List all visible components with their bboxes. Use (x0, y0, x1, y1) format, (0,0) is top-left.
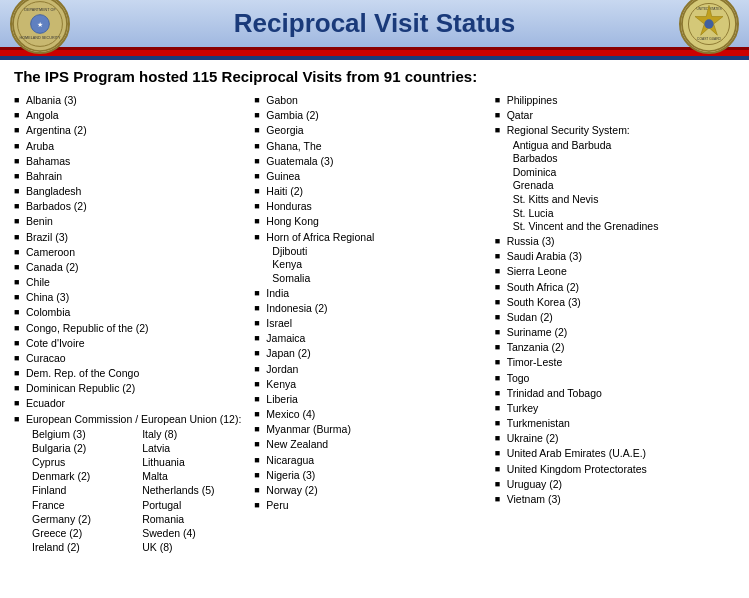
item-label: New Zealand (266, 437, 328, 451)
sub-item: Somalia (254, 272, 488, 286)
eu-item: France (32, 498, 138, 512)
list-item: ■Argentina (2) (14, 123, 248, 137)
item-label: Chile (26, 275, 50, 289)
svg-text:DEPARTMENT OF: DEPARTMENT OF (24, 7, 56, 11)
item-label: Argentina (2) (26, 123, 87, 137)
columns-container: ■Albania (3)■Angola■Argentina (2)■Aruba■… (14, 93, 735, 554)
item-label: Canada (2) (26, 260, 79, 274)
item-label: Kenya (266, 377, 296, 391)
list-item: ■Turkmenistan (495, 416, 729, 430)
list-item: ■Dominican Republic (2) (14, 381, 248, 395)
bullet-icon: ■ (254, 94, 264, 106)
list-item: ■Philippines (495, 93, 729, 107)
item-label: Angola (26, 108, 59, 122)
list-item: ■Togo (495, 371, 729, 385)
dhs-seal: DEPARTMENT OF HOMELAND SECURITY ★ (10, 0, 70, 54)
item-label: Indonesia (2) (266, 301, 327, 315)
sub-item: Grenada (495, 179, 729, 193)
header: DEPARTMENT OF HOMELAND SECURITY ★ Recipr… (0, 0, 749, 50)
bullet-icon: ■ (254, 393, 264, 405)
eu-grid: Belgium (3)Italy (8)Bulgaria (2)LatviaCy… (14, 427, 248, 555)
list-item: ■Liberia (254, 392, 488, 406)
bullet-icon: ■ (14, 246, 24, 258)
item-label: South Africa (2) (507, 280, 579, 294)
column-2: ■Gabon■Gambia (2)■Georgia■Ghana, The■Gua… (254, 93, 494, 554)
list-item: ■Nicaragua (254, 453, 488, 467)
uscg-seal: UNITED STATES COAST GUARD (679, 0, 739, 54)
item-label: Togo (507, 371, 530, 385)
list-item: ■New Zealand (254, 437, 488, 451)
item-label: Curacao (26, 351, 66, 365)
bullet-icon: ■ (254, 140, 264, 152)
list-item: ■Sierra Leone (495, 264, 729, 278)
eu-item: Ireland (2) (32, 540, 138, 554)
svg-text:HOMELAND SECURITY: HOMELAND SECURITY (20, 35, 61, 39)
eu-item: Bulgaria (2) (32, 441, 138, 455)
sub-item: St. Kitts and Nevis (495, 193, 729, 207)
item-label: India (266, 286, 289, 300)
item-label: United Kingdom Protectorates (507, 462, 647, 476)
bullet-icon: ■ (495, 281, 505, 293)
item-label: Suriname (2) (507, 325, 568, 339)
bullet-icon: ■ (495, 124, 505, 136)
list-item: ■Hong Kong (254, 214, 488, 228)
item-label: Georgia (266, 123, 303, 137)
list-item: ■Ecuador (14, 396, 248, 410)
item-label: China (3) (26, 290, 69, 304)
list-item: ■Barbados (2) (14, 199, 248, 213)
bullet-icon: ■ (495, 109, 505, 121)
eu-item: Italy (8) (142, 427, 248, 441)
list-item: ■Brazil (3) (14, 230, 248, 244)
item-label: Guinea (266, 169, 300, 183)
list-item: ■Kenya (254, 377, 488, 391)
list-item: ■Myanmar (Burma) (254, 422, 488, 436)
bullet-icon: ■ (14, 261, 24, 273)
list-item: ■Suriname (2) (495, 325, 729, 339)
item-label: Regional Security System: (507, 123, 630, 137)
item-label: Aruba (26, 139, 54, 153)
item-label: Peru (266, 498, 288, 512)
list-item: ■Gabon (254, 93, 488, 107)
bullet-icon: ■ (14, 291, 24, 303)
list-item: ■Georgia (254, 123, 488, 137)
list-item: ■Cameroon (14, 245, 248, 259)
item-label: Sierra Leone (507, 264, 567, 278)
bullet-icon: ■ (14, 124, 24, 136)
bullet-icon: ■ (14, 215, 24, 227)
list-item: ■Russia (3) (495, 234, 729, 248)
item-label: Timor-Leste (507, 355, 563, 369)
item-label: South Korea (3) (507, 295, 581, 309)
item-label: Dem. Rep. of the Congo (26, 366, 139, 380)
bullet-icon: ■ (254, 363, 264, 375)
item-label: Congo, Republic of the (2) (26, 321, 149, 335)
eu-item: Lithuania (142, 455, 248, 469)
list-item: ■Indonesia (2) (254, 301, 488, 315)
list-item: ■Jamaica (254, 331, 488, 345)
content-area: The IPS Program hosted 115 Reciprocal Vi… (0, 60, 749, 562)
item-label: Barbados (2) (26, 199, 87, 213)
list-item: ■China (3) (14, 290, 248, 304)
item-label: Brazil (3) (26, 230, 68, 244)
item-label: Bangladesh (26, 184, 81, 198)
list-item: ■Jordan (254, 362, 488, 376)
list-item: ■Tanzania (2) (495, 340, 729, 354)
list-item: ■Albania (3) (14, 93, 248, 107)
list-item: ■Haiti (2) (254, 184, 488, 198)
sub-item: Barbados (495, 152, 729, 166)
list-item: ■Gambia (2) (254, 108, 488, 122)
sub-item: Kenya (254, 258, 488, 272)
item-label: Japan (2) (266, 346, 310, 360)
eu-item: Romania (142, 512, 248, 526)
list-item: ■Trinidad and Tobago (495, 386, 729, 400)
list-item: ■Turkey (495, 401, 729, 415)
item-label: Bahrain (26, 169, 62, 183)
eu-item: Sweden (4) (142, 526, 248, 540)
list-item: ■Honduras (254, 199, 488, 213)
eu-item: Greece (2) (32, 526, 138, 540)
bullet-icon: ■ (254, 109, 264, 121)
item-label: Jamaica (266, 331, 305, 345)
eu-item: Denmark (2) (32, 469, 138, 483)
item-label: Jordan (266, 362, 298, 376)
column-1: ■Albania (3)■Angola■Argentina (2)■Aruba■… (14, 93, 254, 554)
sub-item: St. Lucia (495, 207, 729, 221)
